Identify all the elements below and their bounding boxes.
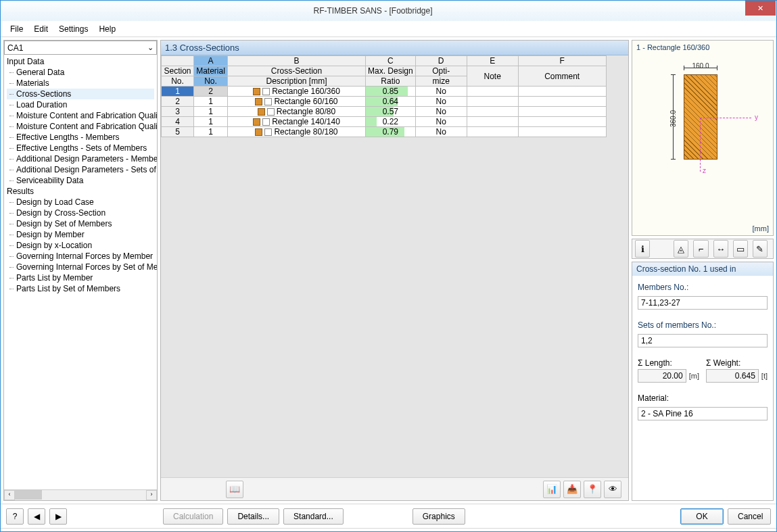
scroll-left-icon[interactable]: ‹ (4, 490, 15, 500)
sets-field[interactable]: 1,2 (638, 334, 768, 347)
members-field[interactable]: 7-11,23-27 (638, 296, 768, 310)
material-swatch-icon (258, 108, 265, 116)
table-row[interactable]: 51Rectangle 80/1800.79No (162, 127, 607, 137)
menu-bar: File Edit Settings Help (1, 21, 776, 37)
tree-item[interactable]: Design by Set of Members (7, 218, 154, 229)
members-label: Members No.: (638, 283, 768, 292)
export-excel-button[interactable]: 📊 (543, 481, 561, 498)
tree-item[interactable]: Effective Lengths - Members (7, 132, 154, 143)
preview-title: 1 - Rectangle 160/360 (636, 43, 709, 51)
tree-item[interactable]: Design by x-Location (7, 240, 154, 251)
close-button[interactable]: ✕ (745, 1, 776, 16)
tree-group-results: Results (7, 186, 154, 197)
scroll-right-icon[interactable]: › (146, 490, 157, 500)
menu-help[interactable]: Help (93, 23, 121, 35)
prev-table-button[interactable]: ◀ (28, 508, 45, 525)
section-icon (262, 88, 270, 95)
tree-horizontal-scrollbar[interactable]: ‹ › (4, 489, 157, 500)
sum-weight-field: 0.645 (706, 369, 759, 383)
tree-group-input: Input Data (7, 56, 154, 67)
cross-section-preview: 1 - Rectangle 160/360 160.0 360.0 [mm] (632, 40, 774, 236)
info-title: Cross-section No. 1 used in (632, 262, 773, 276)
import-excel-button[interactable]: 📥 (563, 481, 581, 498)
navigator-tree[interactable]: Input Data General DataMaterialsCross-Se… (4, 55, 157, 489)
menu-edit[interactable]: Edit (28, 23, 53, 35)
dim-width: 160.0 (684, 62, 717, 70)
pick-button[interactable]: 📍 (584, 481, 601, 498)
preview-unit: [mm] (753, 224, 769, 233)
tree-item[interactable]: Load Duration (7, 99, 154, 110)
combination-select[interactable]: CA1 (4, 41, 157, 55)
tree-item[interactable]: Governing Internal Forces by Set of Memb… (7, 262, 154, 272)
navigator-panel: CA1 Input Data General DataMaterialsCros… (3, 40, 158, 501)
dimensions-button[interactable]: ↔ (713, 240, 728, 258)
menu-file[interactable]: File (5, 23, 28, 35)
sets-label: Sets of members No.: (638, 320, 768, 330)
tree-item[interactable]: Design by Member (7, 229, 154, 240)
section-icon (264, 98, 272, 105)
view-button[interactable]: 👁 (604, 481, 621, 498)
panel-title: 1.3 Cross-Sections (161, 41, 628, 55)
title-bar: RF-TIMBER SANS - [Footbridge] ✕ (1, 1, 776, 21)
tree-item[interactable]: Moisture Content and Fabrication Quality (7, 110, 154, 121)
axis-z-icon (700, 118, 701, 172)
section-icon (267, 108, 275, 116)
graphics-button[interactable]: Graphics (413, 508, 465, 525)
cross-sections-table[interactable]: A B C D E F Section Material Cross-Secti… (161, 55, 607, 137)
tree-item[interactable]: Design by Load Case (7, 197, 154, 208)
tree-item[interactable]: Design by Cross-Section (7, 208, 154, 218)
tree-item[interactable]: Serviceability Data (7, 175, 154, 186)
sum-length-label: Σ Length: (638, 358, 699, 368)
tree-item[interactable]: Materials (7, 78, 154, 89)
values-button[interactable]: ▭ (733, 240, 748, 258)
table-row[interactable]: 12Rectangle 160/3600.85No (162, 87, 607, 97)
ok-button[interactable]: OK (680, 508, 724, 525)
status-bar: Cross-section No. 1 - Rectangle 160/360 … (1, 528, 776, 532)
section-shape (684, 74, 717, 160)
material-label: Material: (638, 393, 768, 403)
menu-settings[interactable]: Settings (53, 23, 93, 35)
tree-item[interactable]: General Data (7, 67, 154, 78)
tree-item[interactable]: Additional Design Parameters - Members (7, 153, 154, 164)
tree-item[interactable]: Parts List by Member (7, 272, 154, 283)
material-swatch-icon (255, 128, 262, 136)
table-row[interactable]: 41Rectangle 140/1400.22No (162, 117, 607, 127)
cross-section-info: Cross-section No. 1 used in Members No.:… (632, 262, 774, 501)
help-button[interactable]: ? (6, 508, 24, 525)
tree-item[interactable]: Moisture Content and Fabrication Quality (7, 121, 154, 132)
material-swatch-icon (255, 98, 262, 105)
axis-y-icon (700, 118, 751, 118)
library-button[interactable]: 📖 (226, 481, 243, 498)
sum-weight-label: Σ Weight: (706, 358, 768, 368)
axes-button[interactable]: ⌐ (693, 240, 708, 258)
table-toolbar: 📖 📊 📥 📍 👁 (161, 477, 628, 500)
table-row[interactable]: 21Rectangle 60/1600.64No (162, 97, 607, 107)
material-swatch-icon (253, 118, 260, 126)
tree-item[interactable]: Additional Design Parameters - Sets of M… (7, 164, 154, 175)
standard-button[interactable]: Standard... (283, 508, 344, 525)
table-row[interactable]: 31Rectangle 80/800.57No (162, 107, 607, 117)
tree-item[interactable]: Parts List by Set of Members (7, 283, 154, 294)
tree-item[interactable]: Effective Lengths - Sets of Members (7, 143, 154, 153)
details-button[interactable]: Details... (227, 508, 279, 525)
main-panel: 1.3 Cross-Sections A B C D E F Section (160, 40, 629, 501)
tree-item[interactable]: Governing Internal Forces by Member (7, 251, 154, 262)
preview-toolbar: ℹ ◬ ⌐ ↔ ▭ ✎ (632, 239, 774, 259)
button-bar: ? ◀ ▶ Calculation Details... Standard...… (1, 504, 776, 528)
window-title: RF-TIMBER SANS - [Footbridge] (1, 6, 745, 16)
material-swatch-icon (253, 88, 260, 95)
stress-button[interactable]: ◬ (674, 240, 688, 258)
material-field[interactable]: 2 - SA Pine 16 (638, 407, 768, 420)
next-table-button[interactable]: ▶ (49, 508, 67, 525)
section-icon (264, 128, 272, 136)
section-icon (262, 118, 270, 126)
settings-button[interactable]: ✎ (753, 240, 768, 258)
sum-length-field: 20.00 (638, 369, 686, 383)
tree-item[interactable]: Cross-Sections (7, 89, 154, 99)
cancel-button[interactable]: Cancel (728, 508, 771, 525)
info-button[interactable]: ℹ (635, 240, 650, 258)
calculation-button[interactable]: Calculation (163, 508, 223, 525)
